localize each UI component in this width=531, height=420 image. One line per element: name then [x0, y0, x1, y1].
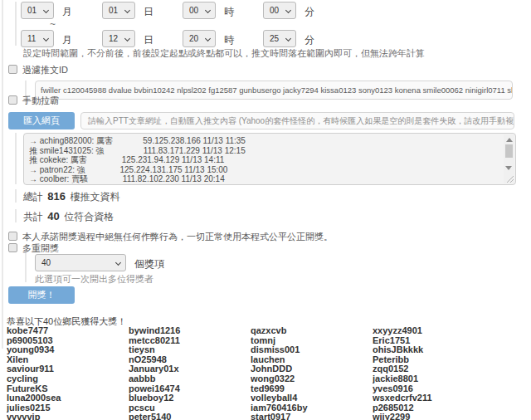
- end-hour-value: 20: [189, 34, 198, 43]
- winner-name: cycling: [7, 374, 129, 384]
- winner-name: saviour911: [7, 364, 129, 374]
- form-group-border: [15, 133, 17, 184]
- end-day-value: 12: [109, 34, 118, 43]
- winner-name: ted9699: [251, 384, 373, 394]
- manual-slot-label: 手動拉霸: [22, 95, 59, 107]
- winner-name: kobe7477: [7, 326, 129, 336]
- total-suffix: 樓推文資料: [70, 191, 119, 203]
- import-page-button[interactable]: 匯入網頁: [8, 112, 75, 129]
- winner-name: blueboy12: [129, 393, 251, 403]
- chevron-down-icon: [43, 36, 49, 42]
- winner-name: wiiy2299: [373, 413, 494, 420]
- start-month-select[interactable]: 01: [21, 2, 54, 19]
- ptt-lottery-page: 01 月 01 日 00 時 00 分 ~ 11 月 12 日 20 時 25 …: [0, 0, 531, 420]
- winner-name: pcscu: [129, 403, 251, 413]
- scroll-up-icon[interactable]: [506, 138, 513, 142]
- minute-unit-label: 分: [304, 33, 314, 47]
- filter-id-input[interactable]: fwiller c120045988 dvalue bvbin10242 nlp…: [35, 81, 513, 100]
- qualified-value: 40: [46, 210, 61, 222]
- winner-name: luna2000sea: [7, 393, 129, 403]
- prize-count-select[interactable]: 40: [35, 254, 126, 271]
- start-month-value: 01: [27, 6, 37, 15]
- day-unit-label: 日: [144, 33, 153, 47]
- scrollbar-thumb[interactable]: [505, 144, 513, 158]
- winner-name: yves0916: [373, 384, 494, 394]
- winner-name: dismiss001: [251, 345, 373, 355]
- minute-unit-label: 分: [304, 5, 314, 19]
- winner-name: metcc80211: [129, 336, 251, 346]
- winner-name: xxyyzz4901: [373, 326, 494, 336]
- end-hour-select[interactable]: 20: [183, 30, 216, 47]
- range-separator: ~: [50, 18, 56, 30]
- chevron-down-icon: [124, 7, 130, 13]
- multi-draw-label: 多重開獎: [22, 242, 59, 255]
- start-day-value: 01: [109, 6, 118, 15]
- winners-grid: kobe7477bywind1216qazxcvbxxyyzz4901p6900…: [7, 326, 494, 420]
- winner-name: powei16474: [129, 384, 251, 394]
- start-hour-value: 00: [189, 6, 198, 15]
- start-minute-select[interactable]: 00: [263, 2, 296, 19]
- chevron-down-icon: [115, 260, 121, 266]
- winner-name: wong0322: [251, 374, 373, 384]
- winner-name: jackie8801: [373, 374, 494, 384]
- article-url-input[interactable]: 請輸入PTT文章網址，自動匯入推文內容 (Yahoo的套件怪怪的，有時候匯入如果…: [80, 112, 514, 129]
- chevron-down-icon: [285, 36, 291, 42]
- qualified-stat: 共計 40 位符合資格: [23, 210, 114, 224]
- qualified-suffix: 位符合資格: [64, 211, 114, 222]
- time-range-hint: 設定時間範圍，不分前後，前後設定起點或終點都可以，推文時間落在範圍內即可，但無法…: [23, 47, 425, 60]
- scroll-down-icon[interactable]: [505, 166, 512, 170]
- winner-name: JohnDDD: [251, 364, 373, 374]
- comment-line: → aching882000: 厲害 59.125.238.166 11/13 …: [29, 136, 502, 146]
- multi-draw-checkbox[interactable]: [8, 243, 17, 252]
- filter-id-checkbox[interactable]: [8, 65, 17, 74]
- winner-name: p2685012: [373, 403, 494, 413]
- hour-unit-label: 時: [224, 5, 234, 19]
- end-minute-value: 25: [270, 34, 279, 43]
- winner-name: bywind1216: [129, 326, 251, 336]
- winner-name: young0934: [7, 345, 129, 355]
- multi-draw-hint: 此選項可一次開出多位得獎者: [35, 273, 153, 286]
- page-left-edge: [2, 0, 3, 349]
- total-label: 總計: [23, 191, 43, 203]
- manual-slot-checkbox[interactable]: [8, 95, 17, 105]
- winner-name: nO25948: [129, 355, 251, 365]
- winner-name: Peteribb: [373, 355, 494, 365]
- winner-name: vvvvvip: [7, 413, 129, 420]
- winner-name: start0917: [251, 413, 373, 420]
- chevron-down-icon: [43, 7, 49, 13]
- comments-lines: → aching882000: 厲害 59.125.238.166 11/13 …: [29, 136, 502, 184]
- winner-name: Xilen: [7, 355, 129, 365]
- pledge-checkbox[interactable]: [8, 232, 17, 241]
- end-month-value: 11: [27, 34, 36, 43]
- comment-line: → coolber: 賣騷 111.82.102.230 11/13 20:14: [29, 174, 502, 184]
- winner-name: lauchen: [251, 355, 373, 365]
- prize-count-value: 40: [41, 258, 51, 267]
- end-month-select[interactable]: 11: [21, 30, 54, 47]
- end-day-select[interactable]: 12: [102, 30, 135, 47]
- winner-name: Eric1751: [373, 336, 494, 346]
- hour-unit-label: 時: [224, 33, 234, 47]
- start-hour-select[interactable]: 00: [183, 2, 216, 19]
- pledge-label: 本人承諾開獎過程中絕無任何作弊行為，一切正常使用本程式公平公正開獎。: [22, 231, 333, 243]
- end-minute-select[interactable]: 25: [263, 30, 296, 47]
- article-url-placeholder: 請輸入PTT文章網址，自動匯入推文內容 (Yahoo的套件怪怪的，有時候匯入如果…: [81, 113, 514, 129]
- total-comments-stat: 總計 816 樓推文資料: [23, 190, 119, 204]
- winner-name: qazxcvb: [251, 326, 373, 336]
- filter-id-input-value: fwiller c120045988 dvalue bvbin10242 nlp…: [36, 81, 512, 99]
- draw-button[interactable]: 開獎！: [8, 286, 75, 304]
- qualified-label: 共計: [23, 211, 43, 222]
- start-minute-value: 00: [270, 6, 279, 15]
- form-group-border: [15, 2, 17, 46]
- winner-name: p69005103: [7, 336, 129, 346]
- winner-name: ohisJBkkkk: [373, 345, 494, 355]
- winner-name: volleyball4: [251, 393, 373, 403]
- chevron-down-icon: [285, 7, 291, 13]
- comments-textarea[interactable]: → aching882000: 厲害 59.125.238.166 11/13 …: [23, 133, 516, 185]
- chevron-down-icon: [205, 7, 211, 13]
- month-unit-label: 月: [62, 33, 72, 47]
- winner-name: January01x: [129, 364, 251, 374]
- winner-name: FutureKS: [7, 384, 129, 394]
- filter-id-label: 過濾推文ID: [22, 64, 68, 76]
- start-day-select[interactable]: 01: [102, 2, 135, 19]
- winner-name: peter5140: [129, 413, 251, 420]
